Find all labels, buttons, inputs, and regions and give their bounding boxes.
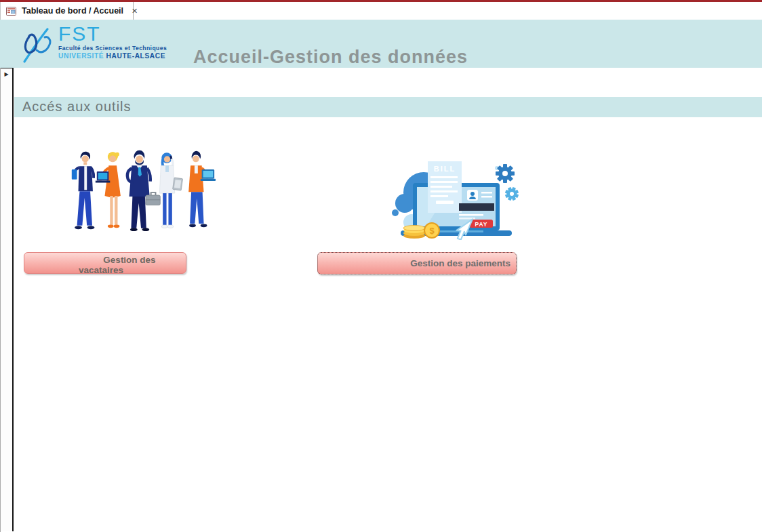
expand-arrow-icon[interactable]: ▶ xyxy=(1,71,12,77)
button-label-line2: vacataires xyxy=(24,265,182,274)
fst-logo-mark-icon xyxy=(20,26,56,67)
page-title: Accueil-Gestion des données xyxy=(193,47,468,68)
header-band: FST Faculté des Sciences et Techniques U… xyxy=(0,20,762,68)
section-title: Accés aux outils xyxy=(22,99,132,115)
close-tab-icon[interactable]: ✕ xyxy=(132,7,138,16)
form-icon xyxy=(6,7,16,16)
payment-illustration: BILL PAY $ xyxy=(388,160,524,240)
tab-tableau-de-bord[interactable]: Tableau de bord / Accueil ✕ xyxy=(0,2,134,20)
button-label: Gestion des paiements xyxy=(410,258,510,268)
logo-subtitle: Faculté des Sciences et Techniques xyxy=(58,45,167,52)
section-header: Accés aux outils xyxy=(14,97,762,117)
button-label-line1: Gestion des xyxy=(49,255,186,265)
svg-text:PAY: PAY xyxy=(475,221,487,228)
gestion-vacataires-button[interactable]: Gestion des vacataires xyxy=(24,252,186,274)
gestion-paiements-button[interactable]: Gestion des paiements xyxy=(317,252,517,274)
logo-acronym: FST xyxy=(58,24,167,44)
document-tab-bar: Tableau de bord / Accueil ✕ xyxy=(0,2,762,20)
svg-text:BILL: BILL xyxy=(434,165,456,173)
svg-text:$: $ xyxy=(429,226,435,236)
bill-document: BILL xyxy=(428,161,462,213)
team-illustration xyxy=(66,146,218,245)
tab-title: Tableau de bord / Accueil xyxy=(22,6,123,16)
logo-university: UNIVERSITÉ HAUTE-ALSACE xyxy=(58,53,167,60)
nav-pane-expand-bar[interactable]: ▶ xyxy=(1,68,14,531)
fst-logo: FST Faculté des Sciences et Techniques U… xyxy=(20,24,167,67)
